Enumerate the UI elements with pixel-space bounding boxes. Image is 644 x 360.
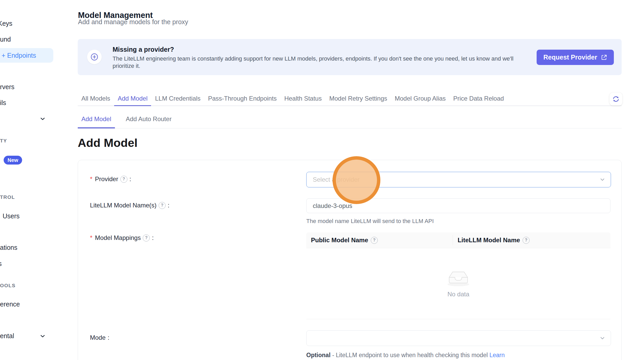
sidebar-section-security: TY [0,138,7,144]
mode-label-text: Mode [90,334,106,341]
model-name-helper-text: The model name LiteLLM will send to the … [306,218,434,225]
column-header-text: Public Model Name [311,237,368,244]
learn-link[interactable]: Learn [489,352,505,358]
hint-optional: Optional [306,352,330,358]
plus-circle-icon [87,50,102,64]
table-header-row: Public Model Name ? LiteLLM Model Name ? [306,232,610,248]
column-header-litellm-model-name: LiteLLM Model Name ? [453,232,610,248]
label-colon: : [152,234,154,241]
request-provider-button[interactable]: Request Provider [537,50,614,65]
help-icon[interactable]: ? [523,237,530,244]
mode-label: Mode : [90,334,109,341]
tab-all-models[interactable]: All Models [78,92,114,106]
model-name-label-text: LiteLLM Model Name(s) [90,202,157,209]
label-colon: : [129,175,131,183]
add-model-subtabs: Add Model Add Auto Router [78,112,622,128]
app-screen: Keys und + Endpoints rvers ils TY New TR… [0,0,644,360]
label-colon: : [168,202,170,209]
model-tabs: All Models Add Model LLM Credentials Pas… [78,92,622,106]
help-icon[interactable]: ? [120,176,127,183]
sidebar-item-inference[interactable]: erence [0,300,20,308]
model-mappings-label: * Model Mappings ? : [90,234,154,241]
new-badge: New [4,156,22,165]
provider-label-text: Provider [95,175,118,183]
mode-select[interactable] [306,330,611,346]
chevron-down-icon [599,176,606,184]
table-empty-state: No data [306,248,610,319]
help-icon[interactable]: ? [143,234,150,241]
page-subtitle: Add and manage models for the proxy [78,18,188,26]
tab-llm-credentials[interactable]: LLM Credentials [151,92,204,106]
sidebar-item-keys[interactable]: Keys [0,20,12,27]
empty-inbox-icon [445,269,471,287]
chevron-down-icon [599,335,606,342]
chevron-down-icon[interactable] [39,115,46,122]
missing-provider-banner: Missing a provider? The LiteLLM engineer… [78,39,622,75]
sidebar-section-access-control: TROL [0,194,15,200]
column-header-public-model-name: Public Model Name ? [306,232,453,248]
mode-hint-text: Optional - LiteLLM endpoint to use when … [306,352,505,359]
add-model-heading: Add Model [78,135,138,151]
tab-model-retry-settings[interactable]: Model Retry Settings [326,92,391,106]
sidebar-item-users[interactable]: Users [3,212,19,220]
help-icon[interactable]: ? [159,202,166,209]
sidebar-section-tools: OOLS [0,283,16,289]
subtab-add-auto-router[interactable]: Add Auto Router [122,112,175,128]
tab-health-status[interactable]: Health Status [281,92,325,106]
label-colon: : [108,334,109,341]
model-mappings-table: Public Model Name ? LiteLLM Model Name ?… [306,232,610,319]
chevron-down-icon[interactable] [39,333,46,339]
sidebar-item-endpoints-label: + Endpoints [2,52,36,59]
tab-add-model[interactable]: Add Model [114,92,151,106]
hint-body: - LiteLLM endpoint to use when health ch… [330,352,489,358]
subtab-add-model[interactable]: Add Model [78,112,115,128]
provider-select-placeholder: Select a provider [313,176,360,183]
required-mark: * [90,234,92,241]
model-name-label: LiteLLM Model Name(s) ? : [90,202,170,209]
refresh-icon [612,95,620,103]
provider-select[interactable]: Select a provider [306,172,611,187]
no-data-text: No data [447,291,469,298]
refresh-button[interactable] [609,93,622,106]
column-header-text: LiteLLM Model Name [458,237,520,244]
sidebar-item-teams[interactable]: s [0,260,2,267]
provider-label: * Provider ? : [90,175,131,183]
external-link-icon [601,54,607,61]
help-icon[interactable]: ? [371,237,378,244]
model-name-input[interactable] [306,198,610,213]
tab-model-group-alias[interactable]: Model Group Alias [391,92,449,106]
sidebar-item-endpoints-active[interactable]: + Endpoints [0,48,53,63]
sidebar-item-servers[interactable]: rvers [0,83,15,91]
add-model-form-card: * Provider ? : Select a provider LiteLLM… [78,160,622,360]
banner-body: The LiteLLM engineering team is constant… [113,55,521,70]
banner-title: Missing a provider? [113,46,174,53]
tab-price-data-reload[interactable]: Price Data Reload [450,92,508,106]
tab-pass-through-endpoints[interactable]: Pass-Through Endpoints [204,92,280,106]
required-mark: * [90,175,92,183]
request-provider-label: Request Provider [543,54,597,61]
sidebar-item-experimental[interactable]: ental [0,332,14,340]
model-mappings-label-text: Model Mappings [95,234,141,241]
sidebar-item-guardrails[interactable]: ils [0,99,6,107]
sidebar-item-playground[interactable]: und [0,36,11,43]
sidebar-item-organizations[interactable]: ations [0,244,17,251]
